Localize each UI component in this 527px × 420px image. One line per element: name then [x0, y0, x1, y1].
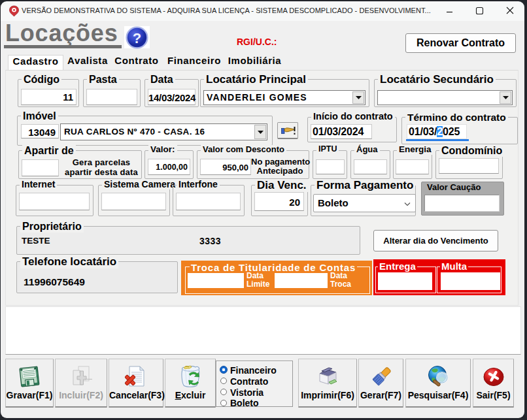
svg-text:?: ?: [133, 30, 141, 46]
